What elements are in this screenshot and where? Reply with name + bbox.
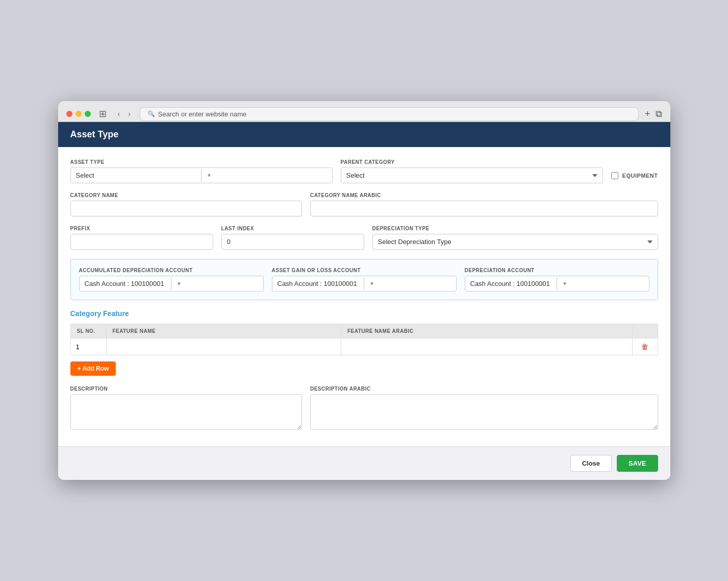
prefix-group: PREFIX xyxy=(70,226,213,250)
category-name-arabic-label: CATEGORY NAME ARABIC xyxy=(310,192,658,198)
address-bar-text: Search or enter website name xyxy=(158,110,246,118)
category-name-group: CATEGORY NAME xyxy=(70,192,302,216)
depreciation-account-select[interactable]: Cash Account : 100100001 ▼ xyxy=(465,276,649,292)
parent-category-group: PARENT CATEGORY Select xyxy=(341,159,603,183)
address-bar[interactable]: 🔍 Search or enter website name xyxy=(140,107,639,121)
category-name-arabic-group: CATEGORY NAME ARABIC xyxy=(310,192,658,216)
row-action-cell: 🗑 xyxy=(632,338,658,355)
row-category-name: CATEGORY NAME CATEGORY NAME ARABIC xyxy=(70,192,658,216)
col-action xyxy=(632,324,658,338)
asset-type-arrow-icon: ▼ xyxy=(201,169,332,182)
depreciation-type-select[interactable]: Select Depreciation Type xyxy=(372,234,658,250)
row-asset-type: ASSET TYPE Select ▼ PARENT CATEGORY Sele… xyxy=(70,159,658,183)
col-feature-name-arabic: FEATURE NAME ARABIC xyxy=(341,324,632,338)
prefix-input[interactable] xyxy=(70,234,213,250)
account-row: ACCUMULATED DEPRECIATION ACCOUNT Cash Ac… xyxy=(79,268,649,292)
feature-name-input[interactable] xyxy=(112,343,336,351)
category-name-input[interactable] xyxy=(70,201,302,216)
prefix-label: PREFIX xyxy=(70,226,213,231)
parent-category-select[interactable]: Select xyxy=(341,167,603,183)
col-sl-no: SL NO. xyxy=(70,324,106,338)
category-name-label: CATEGORY NAME xyxy=(70,192,302,198)
category-name-arabic-input[interactable] xyxy=(310,201,658,216)
asset-type-select[interactable]: Select ▼ xyxy=(70,167,333,183)
equipment-checkbox[interactable] xyxy=(611,172,618,179)
nav-buttons: ‹ › xyxy=(115,108,134,120)
minimize-traffic-light[interactable] xyxy=(76,111,82,117)
description-arabic-input[interactable] xyxy=(310,394,658,430)
depreciation-type-label: DEPRECIATION TYPE xyxy=(372,226,658,231)
parent-category-label: PARENT CATEGORY xyxy=(341,159,603,165)
add-row-button[interactable]: + Add Row xyxy=(70,361,116,376)
maximize-traffic-light[interactable] xyxy=(85,111,91,117)
depreciation-account-arrow-icon: ▼ xyxy=(557,277,649,290)
asset-type-group: ASSET TYPE Select ▼ xyxy=(70,159,333,183)
description-row: DESCRIPTION DESCRIPTION ARABIC xyxy=(70,386,658,430)
browser-body: Asset Type ASSET TYPE Select ▼ PARENT CA… xyxy=(58,122,670,480)
form-area: ASSET TYPE Select ▼ PARENT CATEGORY Sele… xyxy=(58,147,670,446)
copy-icon[interactable]: ⧉ xyxy=(656,109,662,119)
page-title: Asset Type xyxy=(70,129,658,140)
asset-type-label: ASSET TYPE xyxy=(70,159,333,165)
close-button[interactable]: Close xyxy=(570,455,612,472)
close-traffic-light[interactable] xyxy=(66,111,72,117)
equipment-group: EQUIPMENT xyxy=(611,172,658,183)
depreciation-account-group: DEPRECIATION ACCOUNT Cash Account : 1001… xyxy=(465,268,649,292)
description-label: DESCRIPTION xyxy=(70,386,302,392)
equipment-label: EQUIPMENT xyxy=(622,173,658,179)
row-feature-name-cell xyxy=(106,338,341,355)
asset-gain-loss-account-select[interactable]: Cash Account : 100100001 ▼ xyxy=(272,276,457,292)
form-footer: Close SAVE xyxy=(58,446,670,480)
accumulated-depreciation-account-arrow-icon: ▼ xyxy=(171,277,263,290)
row-prefix: PREFIX LAST INDEX 0 DEPRECIATION TYPE Se… xyxy=(70,226,658,250)
forward-button[interactable]: › xyxy=(125,108,134,120)
col-feature-name: FEATURE NAME xyxy=(106,324,341,338)
new-tab-icon[interactable]: + xyxy=(645,109,650,119)
category-feature-title: Category Feature xyxy=(70,309,658,318)
description-arabic-group: DESCRIPTION ARABIC xyxy=(310,386,658,430)
browser-actions: + ⧉ xyxy=(645,109,662,119)
description-input[interactable] xyxy=(70,394,302,430)
account-section: ACCUMULATED DEPRECIATION ACCOUNT Cash Ac… xyxy=(70,259,658,300)
accumulated-depreciation-account-select[interactable]: Cash Account : 100100001 ▼ xyxy=(79,276,264,292)
browser-chrome: ⊞ ‹ › 🔍 Search or enter website name + ⧉ xyxy=(58,101,670,122)
row-feature-name-arabic-cell xyxy=(341,338,632,355)
description-group: DESCRIPTION xyxy=(70,386,302,430)
asset-gain-loss-account-arrow-icon: ▼ xyxy=(364,277,456,290)
asset-gain-loss-account-value: Cash Account : 100100001 xyxy=(272,276,364,291)
depreciation-account-label: DEPRECIATION ACCOUNT xyxy=(465,268,649,273)
sidebar-icon[interactable]: ⊞ xyxy=(97,106,109,122)
depreciation-type-group: DEPRECIATION TYPE Select Depreciation Ty… xyxy=(372,226,658,250)
depreciation-account-value: Cash Account : 100100001 xyxy=(465,276,557,291)
feature-name-arabic-input[interactable] xyxy=(346,343,627,351)
accumulated-depreciation-account-value: Cash Account : 100100001 xyxy=(80,276,171,291)
asset-gain-loss-account-label: ASSET GAIN OR LOSS ACCOUNT xyxy=(272,268,457,273)
app-header: Asset Type xyxy=(58,122,670,147)
save-button[interactable]: SAVE xyxy=(617,455,658,472)
table-row: 1 🗑 xyxy=(70,338,658,355)
last-index-label: LAST INDEX xyxy=(221,226,364,231)
feature-table: SL NO. FEATURE NAME FEATURE NAME ARABIC … xyxy=(70,324,658,355)
last-index-group: LAST INDEX 0 xyxy=(221,226,364,250)
search-icon: 🔍 xyxy=(147,110,155,117)
asset-type-value: Select xyxy=(71,168,202,183)
accumulated-depreciation-account-label: ACCUMULATED DEPRECIATION ACCOUNT xyxy=(79,268,264,273)
traffic-lights xyxy=(66,111,91,117)
table-header-row: SL NO. FEATURE NAME FEATURE NAME ARABIC xyxy=(70,324,658,338)
accumulated-depreciation-account-group: ACCUMULATED DEPRECIATION ACCOUNT Cash Ac… xyxy=(79,268,264,292)
row-sl-no: 1 xyxy=(70,338,106,355)
asset-gain-loss-account-group: ASSET GAIN OR LOSS ACCOUNT Cash Account … xyxy=(272,268,457,292)
back-button[interactable]: ‹ xyxy=(115,108,123,120)
delete-row-button[interactable]: 🗑 xyxy=(638,342,651,352)
browser-window: ⊞ ‹ › 🔍 Search or enter website name + ⧉… xyxy=(58,101,670,480)
last-index-input[interactable]: 0 xyxy=(221,234,364,250)
description-arabic-label: DESCRIPTION ARABIC xyxy=(310,386,658,392)
